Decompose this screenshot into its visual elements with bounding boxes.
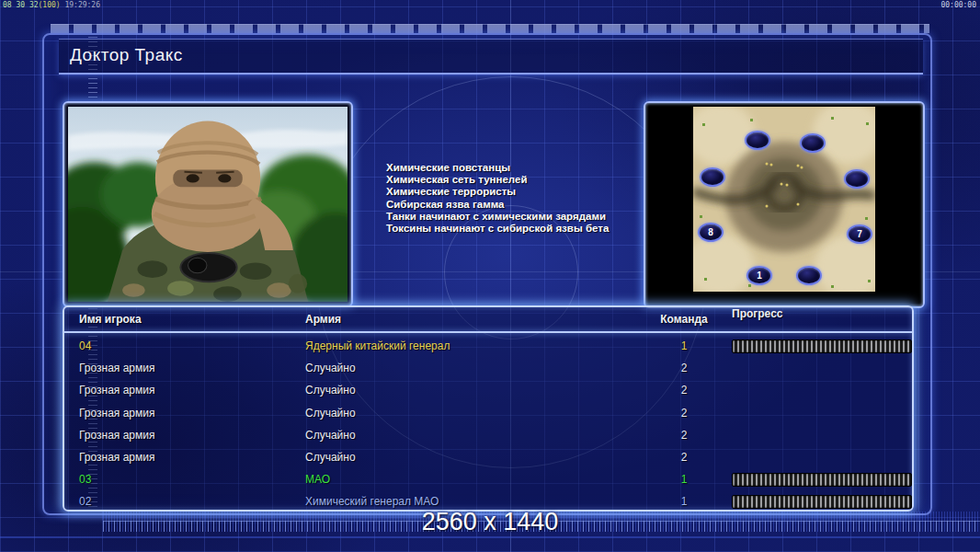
clock-readout: 19:29:26	[64, 1, 100, 9]
map-start-position	[796, 266, 822, 285]
player-name: Грозная армия	[79, 446, 154, 468]
progress-cell	[732, 335, 910, 357]
resolution-label: 2560 x 1440	[0, 508, 980, 536]
session-timer: 00:00:00	[940, 1, 976, 10]
progress-bar	[732, 473, 912, 487]
map-start-position	[745, 131, 770, 150]
table-row: Грозная армия Случайно 2	[64, 357, 912, 379]
table-header-row: Имя игрока Армия Команда Прогресс	[64, 307, 912, 331]
general-portrait-image	[68, 107, 348, 302]
player-name: Грозная армия	[79, 402, 154, 424]
map-start-position-1: 1	[746, 266, 772, 285]
player-name: 03	[79, 468, 91, 490]
player-team: 2	[658, 379, 710, 401]
column-header-army: Армия	[305, 313, 341, 326]
fps-counter: 08 30 32	[3, 1, 39, 9]
player-name: Грозная армия	[79, 424, 154, 446]
column-header-team: Команда	[658, 313, 710, 326]
ability-line: Химические повстанцы	[386, 162, 662, 174]
ability-line: Танки начинают с химическими зарядами	[386, 211, 662, 223]
player-team: 2	[658, 357, 710, 379]
map-preview-panel: 8 7 1	[644, 101, 925, 308]
map-start-position	[800, 133, 826, 153]
player-name: Грозная армия	[79, 357, 154, 379]
map-start-position	[700, 167, 725, 187]
player-army: МАО	[305, 468, 330, 490]
player-name: 04	[79, 335, 91, 357]
table-row: Грозная армия Случайно 2	[64, 446, 912, 468]
player-team: 2	[658, 424, 710, 446]
buffer-counter: (100)	[39, 1, 61, 9]
table-row: Грозная армия Случайно 2	[64, 424, 912, 446]
top-dash-strip	[51, 24, 929, 33]
table-header-separator	[64, 331, 912, 333]
player-army: Случайно	[305, 357, 356, 379]
player-army: Случайно	[305, 402, 356, 424]
ability-line: Токсины начинают с сибирской язвы бета	[386, 223, 662, 235]
player-army: Случайно	[305, 424, 356, 446]
map-preview-image: 8 7 1	[693, 107, 875, 292]
map-preview-letterbox: 8 7 1	[649, 107, 919, 303]
table-row: 04 Ядерный китайский генерал 1	[64, 335, 912, 357]
player-army: Случайно	[305, 379, 356, 401]
map-start-position-7: 7	[847, 224, 872, 244]
player-name: Грозная армия	[79, 379, 154, 401]
column-header-player: Имя игрока	[79, 313, 142, 326]
ability-line: Сибирская язва гамма	[386, 199, 662, 211]
bottom-divider-line	[0, 536, 980, 538]
player-team: 2	[658, 446, 710, 468]
general-title: Доктор Тракс	[70, 45, 183, 65]
table-row: 03 МАО 1	[64, 468, 912, 490]
player-team: 2	[658, 402, 710, 424]
general-portrait-panel	[63, 101, 353, 307]
map-terrain	[693, 107, 875, 292]
map-start-position-8: 8	[698, 223, 724, 242]
title-bar: Доктор Тракс	[59, 39, 923, 75]
player-army: Случайно	[305, 446, 356, 468]
progress-bar	[732, 339, 912, 353]
table-row: Грозная армия Случайно 2	[64, 402, 912, 424]
frame-stats-readout: 08 30 32(100) 19:29:26	[3, 1, 100, 10]
table-row: Грозная армия Случайно 2	[64, 379, 912, 401]
player-army: Ядерный китайский генерал	[305, 335, 450, 357]
map-start-position	[844, 169, 870, 189]
table-rows: 04 Ядерный китайский генерал 1 Грозная а…	[64, 335, 912, 513]
player-team: 1	[658, 468, 710, 490]
player-team: 1	[658, 335, 710, 357]
ability-line: Химическая сеть туннелей	[386, 174, 662, 186]
lobby-table-panel: Имя игрока Армия Команда Прогресс 04 Яде…	[63, 305, 914, 512]
general-abilities-list: Химические повстанцы Химическая сеть тун…	[386, 162, 662, 235]
progress-cell	[732, 468, 910, 490]
ability-line: Химические террористы	[386, 186, 662, 198]
column-header-progress: Прогресс	[732, 307, 910, 329]
